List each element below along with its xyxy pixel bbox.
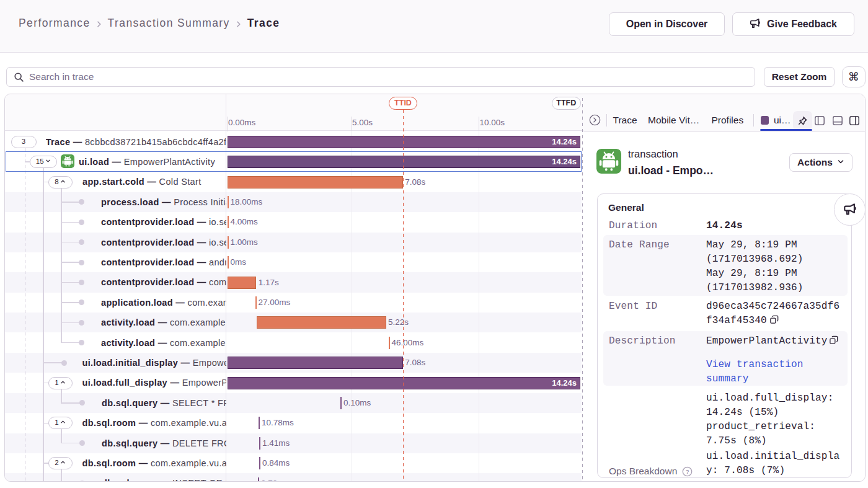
svg-text:?: ? [685,468,688,474]
